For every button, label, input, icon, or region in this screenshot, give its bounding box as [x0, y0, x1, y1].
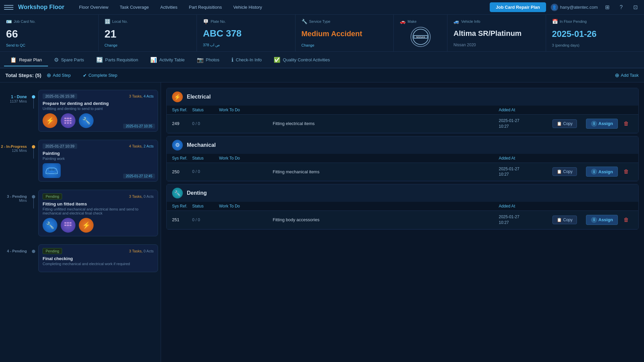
row-250-actions: 📋 Copy: [552, 167, 586, 176]
step-card-1[interactable]: 2025-01-26 15:38 3 Tasks, 4 Acts Prepare…: [38, 90, 158, 132]
electrical-table-header: Sys Ref. Status Work To Do Added At: [167, 106, 638, 115]
help-icon[interactable]: ?: [616, 3, 626, 12]
tab-check-in-info[interactable]: ℹ Check-In Info: [225, 54, 268, 66]
step-2-title: Painting: [43, 151, 154, 156]
mechanical-section-header: ⚙ Mechanical: [167, 136, 638, 154]
row-250-work-desc: Fitting mechanical items: [273, 169, 499, 174]
total-steps-label: Total Steps: (5): [5, 72, 41, 78]
step-3-title: Fitting un fitted items: [43, 201, 154, 206]
step-3-label: 3 - Pending Mins: [0, 188, 30, 202]
step-1-date: 2025-01-26 15:38: [43, 94, 77, 99]
tab-quality-control[interactable]: ✅ Quality Control Activities: [268, 54, 336, 66]
header-added-at: Added At: [499, 108, 552, 112]
step-card-3[interactable]: Pending 3 Tasks, 0 Acts Fitting un fitte…: [38, 190, 158, 236]
tab-spare-parts[interactable]: ⚙ Spare Parts: [48, 54, 90, 66]
complete-step-button[interactable]: ✔ Complete Step: [83, 73, 117, 78]
header-assign: [586, 108, 620, 112]
step-row-1: 1 - Done 1137 Mins 2025-01-26 15:38 3 Ta…: [0, 86, 161, 136]
row-250-delete-button[interactable]: 🗑: [620, 169, 633, 175]
service-type-value: Medium Accident: [302, 30, 388, 38]
plate-no-label: 🪧 Plate No.: [203, 19, 289, 24]
quality-control-icon: ✅: [274, 57, 280, 63]
plate-no-card: 🪧 Plate No. ABC 378 378 ص اب: [197, 15, 296, 51]
row-249-status: 0 / 0: [192, 121, 219, 126]
nav-task-coverage[interactable]: Task Coverage: [115, 3, 154, 12]
svg-rect-11: [70, 122, 71, 124]
spare-parts-icon: ⚙: [54, 57, 59, 63]
service-type-label: 🔧 Service Type: [302, 19, 388, 24]
step-card-4-header: Pending 3 Tasks, 0 Acts: [43, 248, 154, 254]
step-4-desc: Completing mechanical and electrical wor…: [43, 262, 154, 266]
row-251-copy-button[interactable]: 📋 Copy: [552, 216, 577, 224]
row-250-copy-button[interactable]: 📋 Copy: [552, 167, 577, 176]
row-249-delete-button[interactable]: 🗑: [620, 121, 633, 127]
vehicle-info-label: 🚙 Vehicle Info: [453, 19, 540, 24]
row-250-status: 0 / 0: [192, 169, 219, 174]
svg-rect-10: [67, 122, 69, 124]
service-type-change-link[interactable]: Change: [302, 43, 388, 47]
step-4-dot: [32, 250, 35, 253]
electrical-section-icon: ⚡: [172, 92, 183, 102]
add-task-button[interactable]: ⊕ Add Task: [615, 72, 639, 78]
job-card-repair-plan-button[interactable]: Job Card Repair Plan: [490, 2, 546, 12]
svg-rect-8: [70, 120, 71, 121]
electrical-section-title: Electrical: [187, 94, 211, 100]
app-title: Workshop Floor: [18, 4, 64, 11]
nissan-logo: NISSAN: [411, 27, 431, 47]
grid-icon[interactable]: ⊞: [602, 3, 612, 12]
user-account-icon[interactable]: ⊡: [631, 3, 640, 12]
vehicle-make-sub: Nissan 2020: [453, 43, 540, 47]
svg-rect-24: [67, 225, 69, 226]
nav-part-requisitions[interactable]: Part Requisitions: [184, 3, 226, 12]
step-2-tasks: 4 Tasks, 2 Acts: [129, 144, 154, 148]
svg-rect-21: [67, 222, 69, 224]
step-2-line: [33, 148, 34, 159]
send-to-qc-link[interactable]: Send to QC: [6, 43, 92, 47]
svg-rect-7: [67, 120, 69, 121]
nav-vehicle-history[interactable]: Vehicle History: [228, 3, 267, 12]
row-250-assign-button[interactable]: ℹ Assign: [586, 167, 618, 177]
job-card-label: 🪪 Job Card No.: [6, 19, 92, 24]
step-3-dot: [32, 195, 35, 198]
mech-header-work-to-do: Work To Do: [219, 156, 273, 161]
row-251-delete-button[interactable]: 🗑: [620, 217, 633, 223]
tab-activity-table[interactable]: 📊 Activity Table: [144, 54, 191, 66]
step-card-2[interactable]: 2025-01-27 10:39 4 Tasks, 2 Acts Paintin…: [38, 140, 158, 182]
local-no-value: 21: [105, 28, 191, 39]
nav-activities[interactable]: Activities: [156, 3, 182, 12]
step-3-date: Pending: [43, 193, 62, 199]
tab-photos[interactable]: 📷 Photos: [191, 54, 225, 66]
main-content: 1 - Done 1137 Mins 2025-01-26 15:38 3 Ta…: [0, 82, 644, 362]
row-249-assign-button[interactable]: ℹ Assign: [586, 119, 618, 129]
step-1-dot: [32, 95, 35, 99]
make-card: 🚗 Make NISSAN: [394, 15, 447, 51]
step-1-tasks: 3 Tasks, 4 Acts: [129, 94, 154, 98]
mechanical-section-title: Mechanical: [187, 142, 216, 148]
step-4-label: 4 - Pending: [0, 242, 30, 253]
row-249-copy-button[interactable]: 📋 Copy: [552, 119, 577, 128]
header-work-to-do: Work To Do: [219, 108, 273, 112]
row-249-added-at: 2025-01-2710:27: [499, 118, 552, 129]
add-step-button[interactable]: ⊕ Add Step: [47, 72, 71, 78]
dent-header-status: Status: [192, 204, 219, 208]
svg-rect-6: [64, 120, 66, 121]
denting-section-title: Denting: [187, 190, 207, 196]
local-no-change-link[interactable]: Change: [105, 43, 191, 47]
step-2-icon-car: [43, 163, 61, 178]
top-nav: Workshop Floor Floor Overview Task Cover…: [0, 0, 644, 15]
denting-section-header: 🔧 Denting: [167, 184, 638, 202]
svg-rect-23: [64, 225, 66, 226]
tab-repair-plan[interactable]: 📋 Repair Plan: [4, 54, 48, 66]
nav-floor-overview[interactable]: Floor Overview: [74, 3, 113, 12]
row-251-assign-button[interactable]: ℹ Assign: [586, 215, 618, 225]
svg-rect-9: [64, 122, 66, 124]
step-card-4[interactable]: Pending 3 Tasks, 0 Acts Final checking C…: [38, 244, 158, 272]
electrical-section: ⚡ Electrical Sys Ref. Status Work To Do …: [166, 88, 639, 133]
nissan-logo-box: NISSAN: [400, 24, 441, 50]
floor-pending-value: 2025-01-26: [552, 29, 638, 38]
tab-parts-requisition[interactable]: 🔄 Parts Requisition: [90, 54, 144, 66]
step-2-dot: [32, 145, 35, 148]
hamburger-menu[interactable]: [4, 3, 13, 12]
mech-header-delete: [620, 156, 633, 161]
complete-step-check-icon: ✔: [83, 73, 87, 78]
